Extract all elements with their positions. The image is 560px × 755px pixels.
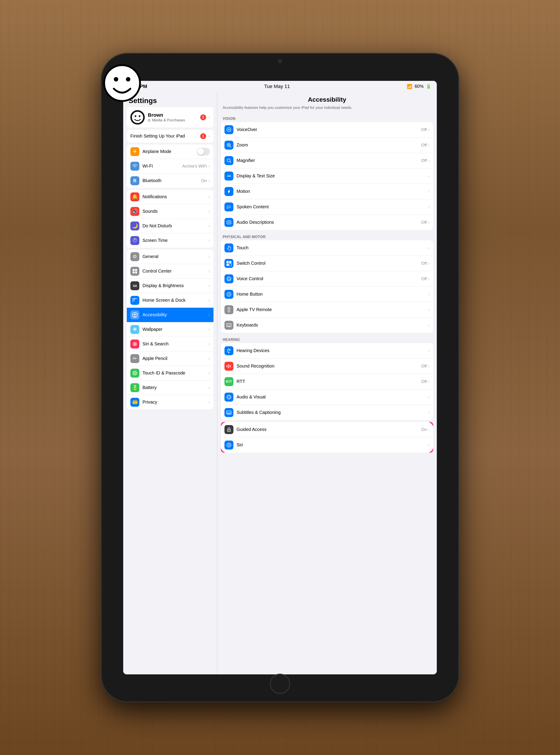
wifi-icon: 📶 — [407, 84, 413, 89]
sound-recognition-label: Sound Recognition — [237, 364, 421, 369]
touch-id-chevron: › — [208, 370, 210, 376]
hearing-devices-row[interactable]: Hearing Devices › — [221, 343, 433, 359]
sidebar-item-siri-search[interactable]: Siri & Search › — [127, 337, 214, 351]
sidebar-item-privacy[interactable]: 🤲 Privacy › — [127, 395, 214, 409]
touch-chevron: › — [428, 245, 429, 250]
user-section: Brown d, Media & Purchases 1 › — [127, 107, 214, 128]
svg-point-59 — [228, 430, 229, 431]
notifications-group: 🔔 Notifications › 🔊 Sounds › 🌙 Do Not Di… — [127, 190, 214, 248]
privacy-icon: 🤲 — [131, 398, 139, 407]
svg-rect-42 — [228, 307, 230, 312]
hearing-devices-icon — [224, 346, 234, 355]
svg-rect-37 — [229, 264, 232, 266]
accessibility-icon — [131, 310, 139, 319]
avatar — [131, 110, 145, 124]
subtitles-captioning-row[interactable]: Subtitles & Captioning › — [221, 405, 433, 420]
general-icon: ⚙ — [131, 252, 139, 261]
svg-point-3 — [132, 111, 144, 123]
sidebar-item-bluetooth[interactable]: B Bluetooth On › — [127, 174, 214, 188]
display-brightness-icon: AA — [131, 281, 139, 290]
svg-point-40 — [227, 292, 231, 296]
audio-visual-row[interactable]: Audio & Visual › — [221, 389, 433, 405]
privacy-chevron: › — [208, 399, 210, 405]
wallpaper-chevron: › — [208, 327, 210, 332]
main-layout: Settings Brown — [123, 92, 437, 674]
siri-accessibility-row[interactable]: Siri › — [221, 437, 433, 453]
sidebar-item-general[interactable]: ⚙ General › — [127, 249, 214, 264]
svg-point-2 — [126, 77, 131, 82]
sidebar-item-wallpaper[interactable]: ❋ Wallpaper › — [127, 322, 214, 337]
sidebar-item-sounds[interactable]: 🔊 Sounds › — [127, 204, 214, 219]
user-name: Brown — [148, 112, 200, 118]
siri-accessibility-chevron: › — [428, 442, 429, 448]
sound-recognition-row[interactable]: Sound Recognition Off › — [221, 359, 433, 374]
svg-line-27 — [230, 146, 231, 147]
user-profile-row[interactable]: Brown d, Media & Purchases 1 › — [127, 107, 214, 128]
siri-accessibility-label: Siri — [237, 442, 428, 448]
sidebar-item-apple-pencil[interactable]: ✏ Apple Pencil › — [127, 351, 214, 366]
battery-sidebar-icon: 🔋 — [131, 383, 139, 392]
sounds-chevron: › — [208, 208, 210, 215]
finish-setup-row[interactable]: Finish Setting Up Your iPad 1 › — [127, 130, 214, 143]
sidebar-item-control-center[interactable]: Control Center › — [127, 264, 214, 279]
display-brightness-chevron: › — [208, 283, 210, 289]
zoom-row[interactable]: Zoom Off › — [221, 138, 433, 153]
airplane-mode-toggle[interactable] — [197, 148, 210, 156]
touch-label: Touch — [237, 245, 428, 250]
audio-visual-chevron: › — [428, 394, 429, 400]
sidebar-item-wifi[interactable]: Wi-Fi Archie's WiFi › — [127, 159, 214, 174]
rtt-row[interactable]: RTT RTT Off › — [221, 374, 433, 389]
sidebar-item-airplane-mode[interactable]: ✈ Airplane Mode — [127, 144, 214, 159]
switch-control-row[interactable]: Switch Control Off › — [221, 256, 433, 271]
notifications-chevron: › — [208, 194, 210, 200]
display-text-size-label: Display & Text Size — [237, 174, 428, 179]
sidebar-item-do-not-disturb[interactable]: 🌙 Do Not Disturb › — [127, 219, 214, 233]
sound-recognition-chevron: › — [428, 364, 429, 369]
guided-access-row[interactable]: Guided Access On › — [221, 422, 433, 437]
voice-control-label: Voice Control — [237, 276, 421, 281]
sidebar-item-notifications[interactable]: 🔔 Notifications › — [127, 190, 214, 204]
apple-tv-remote-row[interactable]: Apple TV Remote › — [221, 302, 433, 318]
sidebar-item-home-screen[interactable]: Home Screen & Dock › — [127, 293, 214, 308]
voice-control-chevron: › — [428, 276, 429, 281]
sidebar-item-touch-id[interactable]: Touch ID & Passcode › — [127, 366, 214, 381]
ipad-screen: 4:24 PM Tue May 11 📶 60% 🔋 Settings — [123, 81, 437, 674]
physical-group: Touch › Switch Control Off › — [221, 240, 433, 333]
control-center-label: Control Center — [142, 268, 208, 274]
spoken-content-row[interactable]: Spoken Content › — [221, 199, 433, 215]
rtt-chevron: › — [428, 379, 429, 384]
right-panel: Accessibility Accessibility features hel… — [217, 92, 437, 674]
svg-rect-48 — [230, 325, 231, 325]
home-button-row[interactable]: Home Button › — [221, 287, 433, 302]
general-accessibility-group: Guided Access On › Siri › — [221, 422, 433, 453]
display-brightness-label: Display & Brightness — [142, 283, 208, 288]
rtt-label: RTT — [237, 379, 421, 384]
apple-tv-remote-label: Apple TV Remote — [237, 307, 428, 312]
subtitles-captioning-icon — [224, 408, 234, 417]
voice-control-row[interactable]: Voice Control Off › — [221, 271, 433, 287]
sidebar-item-accessibility[interactable]: Accessibility › — [127, 308, 214, 322]
smiley-face-overlay — [103, 64, 141, 102]
audio-descriptions-row[interactable]: Audio Descriptions Off › — [221, 215, 433, 230]
display-text-size-row[interactable]: AA Display & Text Size › — [221, 168, 433, 184]
sidebar-item-display-brightness[interactable]: AA Display & Brightness › — [127, 279, 214, 293]
sidebar-item-battery[interactable]: 🔋 Battery › — [127, 381, 214, 395]
touch-row[interactable]: Touch › — [221, 240, 433, 256]
sidebar: Settings Brown — [123, 92, 217, 674]
siri-accessibility-icon — [224, 441, 234, 449]
svg-rect-36 — [226, 264, 229, 266]
magnifier-row[interactable]: Magnifier Off › — [221, 153, 433, 168]
svg-point-51 — [229, 349, 230, 350]
sidebar-item-screen-time[interactable]: ⏱ Screen Time › — [127, 233, 214, 248]
keyboards-row[interactable]: Keyboards › — [221, 318, 433, 333]
svg-point-5 — [139, 115, 140, 117]
section-header-vision: VISION — [217, 114, 437, 122]
ipad-device: 4:24 PM Tue May 11 📶 60% 🔋 Settings — [101, 53, 459, 702]
display-text-size-icon: AA — [224, 171, 234, 181]
voiceover-row[interactable]: VoiceOver Off › — [221, 122, 433, 138]
battery-label: 60% — [415, 84, 424, 89]
motion-row[interactable]: Motion › — [221, 184, 433, 199]
zoom-chevron: › — [428, 142, 429, 148]
rtt-value: Off — [421, 379, 427, 384]
home-button-physical[interactable] — [270, 674, 290, 694]
